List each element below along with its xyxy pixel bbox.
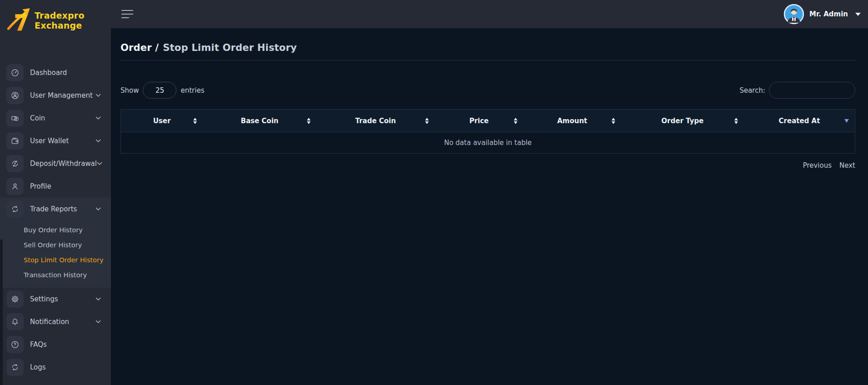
profile-icon [6,178,24,195]
topbar: Mr. Admin [111,0,868,28]
sort-descending-icon [844,119,849,123]
sidebar-item-label: FAQs [30,340,101,349]
trade-reports-submenu: Buy Order History Sell Order History Sto… [0,220,111,282]
sidebar-subitem-stop-limit-order-history[interactable]: Stop Limit Order History [0,252,111,267]
sidebar-item-trade-reports[interactable]: Trade Reports [0,198,111,220]
chevron-down-icon [95,116,101,120]
chevron-down-icon [95,139,101,143]
column-header-order-type[interactable]: Order Type [621,110,744,132]
breadcrumb-root: Order / [120,42,159,53]
sort-icon [307,118,311,124]
column-header-trade-coin[interactable]: Trade Coin [316,110,435,132]
sidebar-item-label: Profile [30,182,101,190]
menu-toggle-button[interactable] [120,8,134,20]
table-header-row: User Base Coin Trade Coin Price [121,110,855,132]
sidebar-subitem-sell-order-history[interactable]: Sell Order History [0,237,111,252]
sidebar-item-notification[interactable]: Notification [0,310,111,333]
sidebar-item-faqs[interactable]: FAQs [0,333,111,356]
entries-label: entries [181,86,204,95]
sidebar-subitem-transaction-history[interactable]: Transaction History [0,267,111,282]
dashboard-icon [6,64,24,81]
sidebar-item-label: Settings [30,295,95,303]
sort-icon [734,118,738,124]
user-name: Mr. Admin [809,10,848,18]
orders-table: User Base Coin Trade Coin Price [120,109,855,154]
sidebar-group-trade-reports: Trade Reports Buy Order History Sell Ord… [0,198,111,288]
sidebar-menu: Dashboard User Management Coin User Wall… [0,61,111,379]
coin-icon [6,110,24,127]
settings-icon [6,290,24,308]
show-label: Show [120,86,139,95]
brand-logo-icon [5,6,33,36]
avatar [784,4,804,24]
sidebar-item-dashboard[interactable]: Dashboard [0,61,111,84]
sort-icon [612,118,615,124]
sidebar-item-settings[interactable]: Settings [0,288,111,310]
column-header-user[interactable]: User [121,110,203,132]
chevron-down-icon [95,94,101,97]
sidebar-scrollbar[interactable] [0,240,3,385]
sidebar-item-user-management[interactable]: User Management [0,84,111,107]
sidebar-item-label: Dashboard [30,69,101,77]
faqs-icon [6,336,24,353]
pagination: Previous Next [120,161,855,170]
breadcrumb-current: Stop Limit Order History [163,42,297,53]
main-content: Order / Stop Limit Order History Show 25… [111,28,868,385]
page-length-control: Show 25 entries [120,82,204,99]
title-divider [120,60,855,60]
table-empty-message: No data available in table [121,132,855,153]
column-header-amount[interactable]: Amount [523,110,621,132]
sidebar-subitem-label: Transaction History [24,271,87,279]
user-management-icon [6,87,24,104]
app-root: Tradexpro Exchange Dashboard User Manage… [0,0,868,385]
table-controls: Show 25 entries Search: [120,82,855,99]
sort-icon [514,118,517,124]
sidebar-item-label: Notification [30,318,95,326]
logs-icon [6,359,24,376]
sidebar-item-coin[interactable]: Coin [0,107,111,130]
user-menu[interactable]: Mr. Admin [784,4,861,24]
notification-icon [6,313,24,330]
sidebar-item-label: Deposit/Withdrawal [30,160,97,168]
sidebar-item-label: Trade Reports [30,205,95,213]
caret-down-icon [855,13,861,16]
trade-reports-icon [6,200,24,218]
sidebar-item-logs[interactable]: Logs [0,356,111,379]
chevron-down-icon [95,297,101,301]
search-input[interactable] [769,82,855,99]
sidebar-item-label: Logs [30,363,101,371]
brand-name-line1: Tradexpro [35,11,85,21]
brand-logo[interactable]: Tradexpro Exchange [0,0,111,42]
sidebar-item-user-wallet[interactable]: User Wallet [0,130,111,152]
sort-icon [425,118,429,124]
brand-name-line2: Exchange [35,21,85,31]
sidebar-item-label: User Wallet [30,137,95,145]
sidebar-subitem-buy-order-history[interactable]: Buy Order History [0,222,111,237]
column-header-price[interactable]: Price [435,110,523,132]
page-head: Order / Stop Limit Order History [120,28,855,60]
sidebar-subitem-label: Stop Limit Order History [24,256,104,264]
sidebar-item-deposit-withdrawal[interactable]: Deposit/Withdrawal [0,152,111,175]
column-header-created-at[interactable]: Created At [744,110,855,132]
sidebar-item-label: Coin [30,114,95,122]
column-header-base-coin[interactable]: Base Coin [203,110,316,132]
chevron-down-icon [95,207,101,211]
page-size-select[interactable]: 25 [143,82,176,99]
chevron-down-icon [97,162,102,165]
sidebar-item-profile[interactable]: Profile [0,175,111,198]
search-label: Search: [739,86,765,95]
chevron-down-icon [95,320,101,324]
search-control: Search: [739,82,855,99]
deposit-withdrawal-icon [6,155,24,172]
sort-icon [193,118,197,124]
page-size-value: 25 [156,86,164,95]
page-title: Order / Stop Limit Order History [120,42,855,53]
user-wallet-icon [6,132,24,150]
sidebar-subitem-label: Sell Order History [24,241,82,249]
next-page-button[interactable]: Next [839,161,855,170]
brand-name: Tradexpro Exchange [35,11,85,31]
sidebar-subitem-label: Buy Order History [24,226,83,234]
sidebar-item-label: User Management [30,91,95,100]
previous-page-button[interactable]: Previous [803,161,832,170]
sidebar: Tradexpro Exchange Dashboard User Manage… [0,0,111,385]
